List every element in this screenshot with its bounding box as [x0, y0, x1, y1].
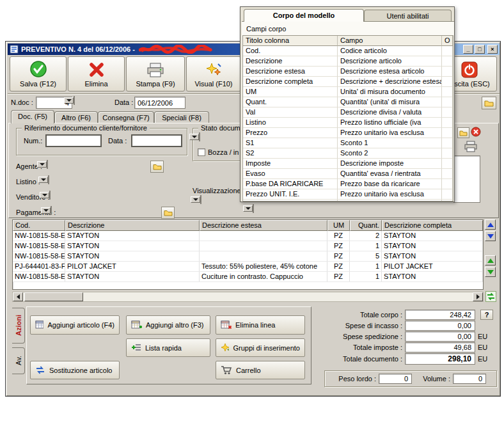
rif-data-input[interactable] [131, 134, 182, 147]
header-um[interactable]: UM [327, 220, 350, 231]
header-ordine[interactable]: O [442, 36, 453, 46]
lookup-folder-button[interactable] [482, 97, 496, 109]
clear-note-button[interactable] [471, 127, 481, 138]
delete-line-label: Elimina linea [235, 321, 275, 329]
field-row[interactable]: Imposte Descrizione imposte [243, 159, 453, 169]
field-row[interactable]: Descrizione completa Descrizione + descr… [243, 77, 453, 87]
close-button[interactable]: × [487, 45, 498, 54]
cell-titolo: Cod. [243, 46, 338, 56]
agente-folder-button[interactable] [150, 161, 164, 173]
field-row[interactable]: P.base DA RICARICARE Prezzo base da rica… [243, 179, 453, 189]
scrollbar-thumb[interactable] [24, 292, 83, 301]
dialog-tab-utenti[interactable]: Utenti abilitati [364, 10, 452, 22]
grid-row[interactable]: NW-10815-58-E STAYTON Cuciture in contra… [13, 272, 483, 282]
note-listbox[interactable] [453, 155, 480, 203]
delete-line-button[interactable]: Elimina linea [216, 315, 305, 335]
move-down-button[interactable] [485, 267, 496, 277]
field-row[interactable]: Evaso Quantita' evasa / rientrata [243, 169, 453, 179]
recalc-button[interactable] [485, 291, 496, 303]
cell-titolo: Prezzo [243, 128, 338, 138]
grid-row[interactable]: PJ-644401-83-F PILOT JACKET Tessuto: 55%… [13, 262, 483, 272]
field-row[interactable]: Descrizione Descrizione articolo [243, 56, 453, 67]
num-input[interactable] [45, 134, 102, 147]
move-top-button[interactable] [485, 219, 496, 230]
field-row[interactable]: UM Unita' di misura documento [243, 87, 453, 97]
sidetab-av[interactable]: Av. [12, 347, 25, 374]
bozza-checkbox[interactable] [198, 148, 205, 156]
model-fields-dialog: Corpo del modello Utenti abilitati Campi… [240, 6, 455, 202]
sidetab-azioni[interactable]: Azioni [12, 308, 25, 344]
taxes-currency: EU [478, 344, 487, 351]
pagamento-combo[interactable]: Rimessa diretta [51, 206, 52, 215]
move-bottom-button[interactable] [485, 231, 496, 241]
header-titolo-colonna[interactable]: Titolo colonna [243, 36, 338, 46]
insert-groups-label: Gruppi di inserimento [233, 344, 300, 352]
field-row[interactable]: S1 Sconto 1 [243, 138, 453, 148]
stato-combo[interactable]: Da confermare [199, 132, 200, 141]
cell-titolo: UM [243, 87, 338, 97]
visualizzazione-combo[interactable]: Default [200, 195, 201, 204]
header-cod[interactable]: Cod. [13, 220, 65, 231]
field-row[interactable]: S2 Sconto 2 [243, 148, 453, 159]
field-row[interactable]: Listino Prezzo listino ufficiale (iva [243, 118, 453, 128]
move-up-button[interactable] [485, 255, 496, 265]
add-article-button[interactable]: Aggiungi articolo (F4) [30, 315, 120, 335]
scroll-left-button[interactable] [13, 292, 23, 301]
grid-row[interactable]: NW-10815-58-E STAYTON PZ 5 STAYTON [13, 251, 483, 262]
scroll-right-button[interactable] [473, 292, 483, 301]
note-folder-button[interactable] [457, 127, 469, 138]
save-check-icon [29, 60, 47, 78]
field-row[interactable]: Prezzo Prezzo unitario iva esclusa [243, 128, 453, 138]
visual-button[interactable]: Visual (F10) [186, 56, 241, 91]
header-campo[interactable]: Campo [338, 36, 442, 46]
tab-altro[interactable]: Altro (F6) [54, 111, 98, 123]
cell-ordine [442, 97, 453, 107]
minimize-button[interactable]: _ [463, 45, 473, 54]
maximize-button[interactable]: □ [475, 45, 485, 54]
header-descrizione-completa[interactable]: Descrizione completa [382, 220, 483, 231]
cart-button[interactable]: Carrello [216, 361, 305, 379]
ndoc-type-combo[interactable] [74, 96, 75, 105]
field-row[interactable]: Val Descrizione divisa / valuta [243, 107, 453, 118]
delete-button[interactable]: Elimina [68, 56, 125, 91]
grid-hscrollbar[interactable] [12, 292, 484, 302]
header-quant[interactable]: Quant. [350, 220, 382, 231]
dialog-tab-corpo[interactable]: Corpo del modello [244, 9, 364, 22]
tab-doc[interactable]: Doc. (F5) [11, 110, 54, 123]
insert-groups-button[interactable]: Gruppi di inserimento [216, 338, 305, 357]
note-print-button[interactable] [464, 141, 478, 154]
add-other-button[interactable]: Aggiungi altro (F3) [126, 315, 210, 335]
save-button[interactable]: Salva (F12) [10, 56, 67, 91]
header-descrizione[interactable]: Descrizione [65, 220, 200, 231]
venditore-combo[interactable] [49, 191, 51, 200]
date-value[interactable] [135, 97, 185, 108]
date-input[interactable] [134, 97, 185, 109]
bozza-label: Bozza / in p [208, 148, 244, 156]
field-row[interactable]: Prezzo UNIT. I.E. Prezzo unitario iva es… [243, 189, 453, 200]
pagamento-folder-button[interactable] [161, 207, 175, 219]
save-label: Salva (F12) [20, 80, 56, 88]
tab-speciali[interactable]: Speciali (F8) [154, 111, 209, 123]
listino-combo[interactable]: LISTINO INTESTATARIO [48, 175, 49, 184]
field-row[interactable]: Descrizione estesa Descrizione estesa ar… [243, 67, 453, 77]
tab-consegna[interactable]: Consegna (F7) [98, 111, 154, 123]
print-button[interactable]: Stampa (F9) [126, 56, 185, 91]
field-row[interactable]: Cod. Codice articolo [243, 46, 453, 56]
grid-row[interactable]: NW-10815-58-E STAYTON PZ 1 STAYTON [13, 241, 483, 251]
header-descrizione-estesa[interactable]: Descrizione estesa [200, 220, 327, 231]
power-exit-icon [461, 61, 478, 78]
field-row[interactable]: Prezzo UNIT. NON Prezzo unitario NON SCO… [243, 200, 453, 202]
replace-article-button[interactable]: Sostituzione articolo [30, 361, 120, 379]
window-title: PREVENTIVO N. 4 del 06/12/2006 - [21, 45, 135, 53]
num-value[interactable] [47, 136, 100, 146]
stars-icon [221, 343, 229, 352]
agente-combo[interactable] [47, 160, 48, 169]
cell-um: PZ [327, 241, 350, 251]
rif-data-value[interactable] [132, 136, 181, 146]
field-row[interactable]: Quant. Quantita' (unita' di misura [243, 97, 453, 107]
totals-help-button[interactable]: ? [480, 310, 493, 320]
grid-row[interactable]: NW-10815-58-E STAYTON PZ 2 STAYTON [13, 231, 483, 241]
quick-list-button[interactable]: Lista rapida [126, 338, 210, 357]
cell-quant: 5 [350, 251, 382, 261]
note-combo[interactable] [253, 204, 254, 213]
